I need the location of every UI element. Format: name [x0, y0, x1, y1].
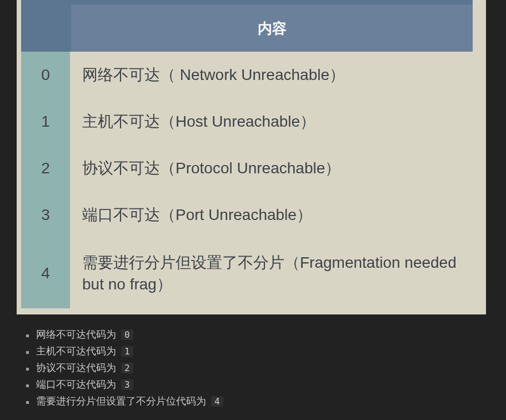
- table-row: 1 主机不可达（Host Unreachable）: [21, 98, 473, 145]
- list-item: 协议不可达代码为 2: [25, 363, 480, 373]
- list-item-text: 端口不可达代码为: [36, 379, 116, 390]
- code-cell: 2: [21, 145, 71, 192]
- list-item-code: 3: [121, 379, 133, 390]
- code-cell: 4: [21, 238, 71, 308]
- desc-cell: 主机不可达（Host Unreachable）: [71, 98, 473, 145]
- desc-cell: 协议不可达（Protocol Unreachable）: [71, 145, 473, 192]
- list-item-code: 0: [121, 329, 133, 340]
- list-item-code: 1: [121, 346, 133, 357]
- desc-cell: 网络不可达（ Network Unreachable）: [71, 52, 473, 98]
- list-item: 网络不可达代码为 0: [25, 329, 480, 339]
- list-item-text: 主机不可达代码为: [36, 346, 116, 357]
- list-item: 主机不可达代码为 1: [25, 346, 480, 356]
- code-cell: 1: [21, 98, 71, 145]
- table-header-content: 内容: [71, 5, 473, 52]
- code-cell: 0: [21, 52, 71, 98]
- code-cell: 3: [21, 192, 71, 238]
- table-top-strip: [21, 0, 473, 5]
- desc-cell: 需要进行分片但设置了不分片（Fragmentation needed but n…: [71, 238, 473, 308]
- table-row: 0 网络不可达（ Network Unreachable）: [21, 52, 473, 98]
- desc-cell: 端口不可达（Port Unreachable）: [71, 192, 473, 238]
- list-item-text: 协议不可达代码为: [36, 362, 116, 373]
- list-item-code: 4: [211, 396, 223, 407]
- icmp-code-table: 内容 0 网络不可达（ Network Unreachable） 1 主机不可达…: [21, 0, 473, 308]
- list-item-text: 网络不可达代码为: [36, 329, 116, 340]
- slide-card: 内容 0 网络不可达（ Network Unreachable） 1 主机不可达…: [17, 0, 486, 314]
- table-row: 2 协议不可达（Protocol Unreachable）: [21, 145, 473, 192]
- list-item: 需要进行分片但设置了不分片位代码为 4: [25, 396, 480, 406]
- list-item: 端口不可达代码为 3: [25, 379, 480, 389]
- table-row: 4 需要进行分片但设置了不分片（Fragmentation needed but…: [21, 238, 473, 308]
- table-row: 3 端口不可达（Port Unreachable）: [21, 192, 473, 238]
- table-header-row: 内容: [21, 5, 473, 52]
- summary-list: 网络不可达代码为 0 主机不可达代码为 1 协议不可达代码为 2 端口不可达代码…: [25, 329, 480, 413]
- table-header-code: [21, 5, 71, 52]
- list-item-text: 需要进行分片但设置了不分片位代码为: [36, 396, 206, 407]
- list-item-code: 2: [121, 363, 133, 373]
